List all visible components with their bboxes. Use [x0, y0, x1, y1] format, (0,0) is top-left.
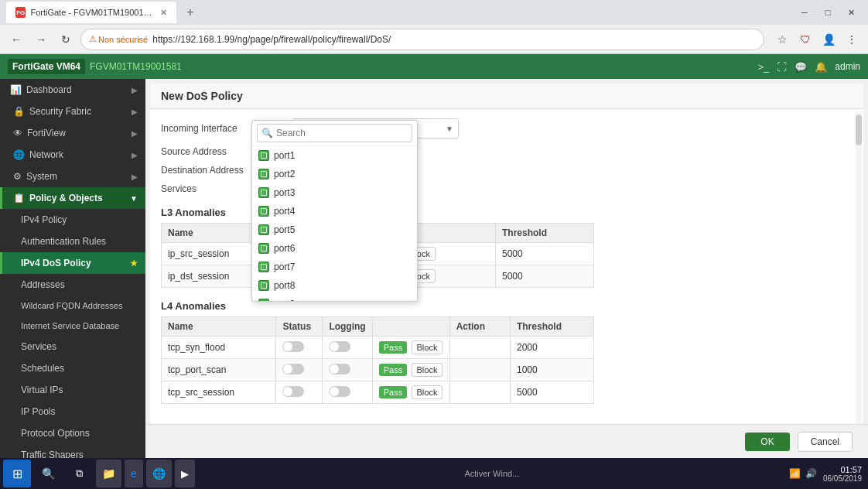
security-badge: ⚠ Non sécurisé: [89, 34, 148, 44]
ok-button[interactable]: OK: [745, 433, 789, 451]
sidebar-item-traffic-shapers[interactable]: Traffic Shapers: [0, 444, 145, 458]
toggle-l4-3-status[interactable]: [282, 386, 304, 397]
l4-row1-status[interactable]: [276, 337, 323, 359]
fullscreen-icon[interactable]: ⛶: [777, 61, 787, 73]
minimize-button[interactable]: ─: [794, 5, 815, 20]
window-controls: ─ □ ✕: [794, 5, 862, 20]
sidebar-item-wildcard[interactable]: Wildcard FQDN Addresses: [0, 296, 145, 316]
sidebar-item-ipv4-policy[interactable]: IPv4 Policy: [0, 209, 145, 231]
sidebar-label-virtual-ips: Virtual IPs: [21, 385, 138, 395]
port-icon: [258, 243, 269, 254]
list-item[interactable]: port2: [252, 165, 417, 183]
port-icon: [258, 150, 269, 161]
list-item[interactable]: port7: [252, 258, 417, 276]
taskbar-app-terminal[interactable]: ▶: [175, 460, 195, 487]
list-item[interactable]: port4: [252, 202, 417, 221]
l3-row2-threshold: 5000: [495, 265, 593, 288]
dropdown-list: port1 port2 port3 port4 port5 port6 port…: [252, 146, 417, 301]
list-item[interactable]: port6: [252, 239, 417, 258]
sidebar-item-addresses[interactable]: Addresses: [0, 274, 145, 296]
sidebar-item-auth-rules[interactable]: Authentication Rules: [0, 231, 145, 252]
sidebar-item-fortiview[interactable]: 👁 FortiView ▶: [0, 122, 145, 144]
l4-row2-passblock: Pass Block: [372, 359, 449, 381]
pass-button-l4-2[interactable]: Pass: [379, 364, 407, 376]
taskbar-app-chrome[interactable]: 🌐: [146, 460, 172, 487]
clock-area[interactable]: 01:57 06/05/2019: [823, 465, 862, 483]
block-button-l4-3[interactable]: Block: [412, 385, 443, 399]
account-icon[interactable]: 👤: [818, 29, 839, 50]
sidebar-item-network[interactable]: 🌐 Network ▶: [0, 144, 145, 166]
l4-row3-logging[interactable]: [323, 381, 372, 404]
bell-icon[interactable]: 🔔: [815, 61, 827, 73]
sidebar-label-ipv4-dos: IPv4 DoS Policy: [21, 258, 130, 268]
taskview-button[interactable]: ⧉: [65, 460, 93, 487]
sidebar-item-ipv4-dos[interactable]: IPv4 DoS Policy ★: [0, 252, 145, 274]
taskbar-app-file-explorer[interactable]: 📁: [96, 460, 121, 487]
extensions-icon[interactable]: 🛡: [795, 29, 815, 50]
app-logo: FortiGate VM64: [8, 59, 85, 74]
sidebar-item-dashboard[interactable]: 📊 Dashboard ▶: [0, 79, 145, 101]
scrollbar-thumb[interactable]: [856, 115, 862, 145]
console-icon[interactable]: >_: [757, 61, 769, 73]
tab-close-button[interactable]: ✕: [160, 8, 167, 18]
toggle-l4-1-log[interactable]: [329, 341, 350, 352]
block-button-l4-2[interactable]: Block: [412, 363, 443, 377]
l4-row1-logging[interactable]: [323, 337, 372, 359]
list-item[interactable]: port3: [252, 183, 417, 202]
sidebar-item-security-fabric[interactable]: 🔒 Security Fabric ▶: [0, 101, 145, 122]
col-threshold-l3: Threshold: [495, 224, 593, 243]
network-tray-icon[interactable]: 📶: [789, 468, 801, 479]
content-header: New DoS Policy: [150, 84, 863, 109]
toggle-l4-2-status[interactable]: [282, 364, 304, 374]
port-label-3: port3: [274, 187, 295, 198]
maximize-button[interactable]: □: [817, 5, 839, 20]
activate-windows-watermark: Activer Wind...: [464, 469, 519, 478]
address-bar[interactable]: ⚠ Non sécurisé https://192.168.1.99/ng/p…: [80, 29, 764, 50]
block-button-l4-1[interactable]: Block: [412, 340, 443, 354]
l4-row2-status[interactable]: [276, 359, 323, 381]
cancel-button[interactable]: Cancel: [798, 432, 853, 452]
toggle-l4-1-status[interactable]: [282, 341, 304, 352]
l4-row3-threshold: 5000: [510, 381, 593, 404]
toggle-l4-3-log[interactable]: [329, 386, 350, 397]
pass-button-l4-3[interactable]: Pass: [379, 386, 407, 398]
list-item[interactable]: port5: [252, 221, 417, 239]
l4-row2-name: tcp_port_scan: [162, 359, 276, 381]
toggle-l4-2-log[interactable]: [329, 364, 350, 374]
admin-icon[interactable]: admin: [835, 61, 860, 72]
sidebar-item-ip-pools[interactable]: IP Pools: [0, 401, 145, 422]
sidebar-item-inet-svc-db[interactable]: Internet Service Database: [0, 316, 145, 336]
close-button[interactable]: ✕: [840, 5, 862, 20]
feedback-icon[interactable]: 💬: [795, 61, 807, 73]
sidebar-item-system[interactable]: ⚙ System ▶: [0, 166, 145, 187]
new-tab-button[interactable]: +: [179, 2, 201, 23]
col-name-l4: Name: [162, 317, 276, 337]
sidebar-item-policy-objects[interactable]: 📋 Policy & Objects ▼: [0, 187, 145, 209]
sidebar-label-ip-pools: IP Pools: [21, 406, 138, 417]
port-label-9: port9: [274, 299, 295, 301]
start-button[interactable]: ⊞: [3, 460, 31, 487]
pass-button-l4-1[interactable]: Pass: [379, 341, 407, 354]
forward-button[interactable]: →: [31, 29, 51, 50]
sidebar-item-schedules[interactable]: Schedules: [0, 357, 145, 379]
list-item[interactable]: port9: [252, 295, 417, 301]
dropdown-search-input[interactable]: [257, 124, 412, 142]
l4-row2-logging[interactable]: [323, 359, 372, 381]
volume-tray-icon[interactable]: 🔊: [805, 468, 817, 479]
taskbar-app-ie[interactable]: e: [125, 460, 143, 487]
refresh-button[interactable]: ↻: [56, 29, 76, 50]
menu-icon[interactable]: ⋮: [842, 29, 862, 50]
topbar-right: >_ ⛶ 💬 🔔 admin: [757, 61, 860, 73]
l4-row3-status[interactable]: [276, 381, 323, 404]
browser-tab[interactable]: FG FortiGate - FGVM01TM19001581 ✕: [6, 2, 176, 23]
sidebar-item-services[interactable]: Services: [0, 336, 145, 357]
sidebar-item-protocol-options[interactable]: Protocol Options: [0, 422, 145, 444]
list-item[interactable]: port1: [252, 146, 417, 165]
back-button[interactable]: ←: [6, 29, 26, 50]
list-item[interactable]: port8: [252, 276, 417, 295]
search-button[interactable]: 🔍: [34, 460, 62, 487]
nav-icons: ☆ 🛡 👤 ⋮: [772, 29, 862, 50]
sidebar-item-virtual-ips[interactable]: Virtual IPs: [0, 379, 145, 401]
port-icon: [258, 169, 269, 180]
bookmarks-icon[interactable]: ☆: [772, 29, 792, 50]
